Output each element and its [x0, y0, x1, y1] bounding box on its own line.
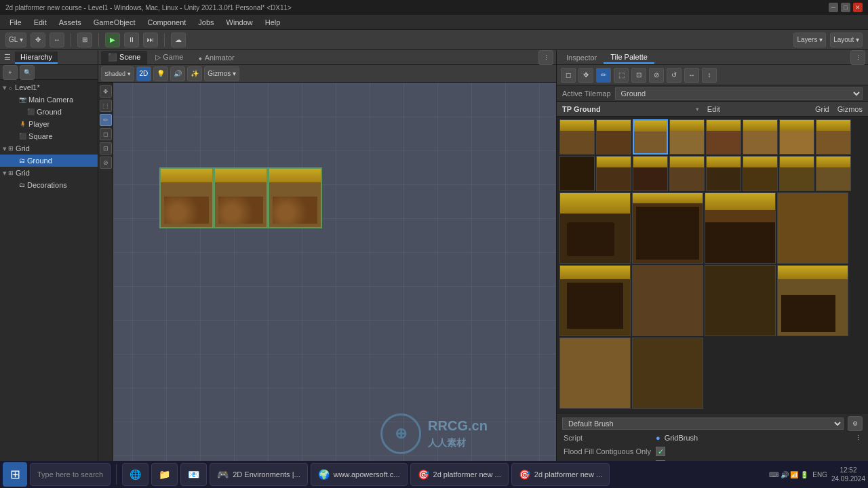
hierarchy-search-button[interactable]: 🔍: [20, 65, 35, 80]
large-tile-8[interactable]: [777, 265, 848, 336]
palette-tile-14[interactable]: [743, 156, 778, 191]
gizmos-label[interactable]: Gizmos: [837, 105, 863, 113]
scene-tool-paint[interactable]: ✏: [100, 114, 112, 126]
hierarchy-item-main-camera[interactable]: 📷 Main Camera: [0, 94, 98, 106]
palette-tile-2[interactable]: [596, 119, 631, 155]
large-tile-7[interactable]: [705, 265, 776, 336]
hierarchy-item-player[interactable]: 🧍 Player: [0, 118, 98, 130]
active-tilemap-dropdown[interactable]: Ground: [615, 87, 863, 100]
menu-help[interactable]: Help: [260, 17, 286, 28]
insp-tool-move[interactable]: ✥: [578, 68, 593, 83]
minimize-button[interactable]: ─: [829, 3, 838, 12]
large-tile-1[interactable]: [559, 192, 631, 264]
scene-light-toggle[interactable]: 💡: [153, 66, 168, 81]
large-tile-4[interactable]: [777, 192, 848, 264]
script-options-icon[interactable]: ⋮: [855, 434, 861, 441]
large-tile-6[interactable]: [632, 265, 703, 336]
palette-tile-4[interactable]: [669, 119, 705, 155]
hierarchy-item-ground-1[interactable]: ⬛ Ground: [0, 106, 98, 118]
insp-tool-rotate[interactable]: ↺: [667, 68, 682, 83]
palette-tile-16[interactable]: [816, 156, 851, 191]
insp-tool-eyedrop[interactable]: ⊘: [649, 68, 664, 83]
close-button[interactable]: ✕: [853, 3, 863, 12]
layers-dropdown[interactable]: Layers ▾: [793, 33, 826, 47]
palette-tile-8[interactable]: [816, 119, 851, 155]
hierarchy-item-grid-1[interactable]: ▾⊞ Grid: [0, 142, 98, 155]
large-tile-2[interactable]: [632, 192, 703, 264]
palette-tile-13[interactable]: [706, 156, 741, 191]
scene-tool-hand[interactable]: ✥: [100, 85, 112, 98]
scene-tool-erase[interactable]: ◻: [100, 128, 112, 140]
palette-tile-selected[interactable]: [633, 119, 668, 155]
hierarchy-item-ground-selected[interactable]: 🗂 Ground: [0, 155, 98, 167]
brush-dropdown[interactable]: Default Brush: [562, 418, 844, 430]
scene-fx-toggle[interactable]: ✨: [187, 66, 202, 81]
gl-dropdown[interactable]: GL ▾: [5, 33, 26, 47]
layout-dropdown[interactable]: Layout ▾: [830, 33, 863, 47]
scene-tab-animator[interactable]: ⬥ Animator: [191, 51, 241, 64]
large-tile-10[interactable]: [632, 338, 703, 409]
brush-settings-btn[interactable]: ⚙: [848, 416, 863, 431]
scene-tool-eyedrop[interactable]: ⊘: [100, 157, 112, 169]
pause-button[interactable]: ⏸: [124, 33, 139, 47]
hamburger-icon[interactable]: ☰: [4, 53, 11, 62]
palette-tile-9[interactable]: [559, 156, 595, 191]
taskbar-explorer[interactable]: 📁: [151, 463, 178, 486]
insp-tool-flip-v[interactable]: ↕: [702, 68, 717, 83]
taskbar-edge[interactable]: 🌐: [122, 463, 149, 486]
taskbar-mail[interactable]: 📧: [180, 463, 207, 486]
insp-tool-fill[interactable]: ⊡: [631, 68, 646, 83]
tile-palette-tab[interactable]: Tile Palette: [604, 52, 654, 64]
taskbar-apowersoft[interactable]: 🌍 www.apowersoft.c...: [311, 463, 408, 486]
edit-label[interactable]: Edit: [707, 105, 720, 113]
menu-window[interactable]: Window: [221, 17, 258, 28]
insp-tool-select[interactable]: ◻: [561, 68, 576, 83]
palette-tile-15[interactable]: [779, 156, 814, 191]
menu-file[interactable]: File: [4, 17, 27, 28]
hierarchy-item-grid-2[interactable]: ▾⊞ Grid: [0, 167, 98, 179]
palette-tile-1[interactable]: [559, 119, 595, 155]
taskbar-search[interactable]: Type here to search: [30, 463, 111, 486]
large-tile-5[interactable]: [559, 265, 631, 336]
hierarchy-tab[interactable]: Hierarchy: [15, 52, 58, 64]
large-tile-9[interactable]: [559, 338, 631, 409]
hierarchy-item-decorations[interactable]: 🗂 Decorations: [0, 179, 98, 191]
scene-2d-toggle[interactable]: 2D: [136, 66, 152, 81]
taskbar-unity-2[interactable]: 🎯 2d platformer new ...: [511, 463, 610, 486]
hierarchy-item-level1[interactable]: ▾⬦ Level1*: [0, 81, 98, 94]
insp-tool-flip-h[interactable]: ↔: [684, 68, 699, 83]
play-button[interactable]: ▶: [105, 33, 120, 47]
step-button[interactable]: ⏭: [143, 33, 158, 47]
scene-tools-1[interactable]: ✥: [31, 33, 45, 47]
transform-tool[interactable]: ⊞: [77, 33, 92, 47]
menu-edit[interactable]: Edit: [28, 17, 52, 28]
start-button[interactable]: ⊞: [3, 462, 27, 487]
flood-fill-checkbox[interactable]: ✓: [656, 447, 665, 456]
scene-tab-game[interactable]: ▷ Game: [149, 51, 190, 64]
menu-jobs[interactable]: Jobs: [193, 17, 219, 28]
inspector-more-btn[interactable]: ⋮: [850, 50, 865, 65]
menu-assets[interactable]: Assets: [54, 17, 87, 28]
maximize-button[interactable]: □: [841, 3, 850, 12]
insp-tool-paint[interactable]: ✏: [596, 68, 611, 83]
taskbar-unity-1[interactable]: 🎯 2d platformer new ...: [410, 463, 509, 486]
grid-label[interactable]: Grid: [815, 105, 829, 113]
insp-tool-rect[interactable]: ⬚: [614, 68, 629, 83]
scene-view-mode[interactable]: Shaded ▾: [101, 66, 134, 81]
menu-component[interactable]: Component: [142, 17, 191, 28]
hierarchy-add-button[interactable]: +: [3, 65, 18, 80]
palette-tile-5[interactable]: [706, 119, 741, 155]
large-tile-3[interactable]: [705, 192, 776, 264]
scene-more-button[interactable]: ⋮: [538, 50, 553, 65]
scene-tools-2[interactable]: ↔: [50, 33, 64, 47]
inspector-tab[interactable]: Inspector: [559, 52, 604, 63]
palette-tile-12[interactable]: [669, 156, 705, 191]
scene-tool-select[interactable]: ⬚: [100, 100, 112, 112]
scene-tab-scene[interactable]: ⬛ Scene: [101, 51, 147, 64]
hierarchy-item-square[interactable]: ⬛ Square: [0, 130, 98, 142]
palette-tile-7[interactable]: [779, 119, 814, 155]
scene-audio-toggle[interactable]: 🔊: [170, 66, 185, 81]
scene-gizmos-dropdown[interactable]: Gizmos ▾: [204, 66, 239, 81]
palette-tile-10[interactable]: [596, 156, 631, 191]
scene-view[interactable]: ✥ ⬚ ✏ ◻ ⊡ ⊘: [98, 83, 556, 488]
